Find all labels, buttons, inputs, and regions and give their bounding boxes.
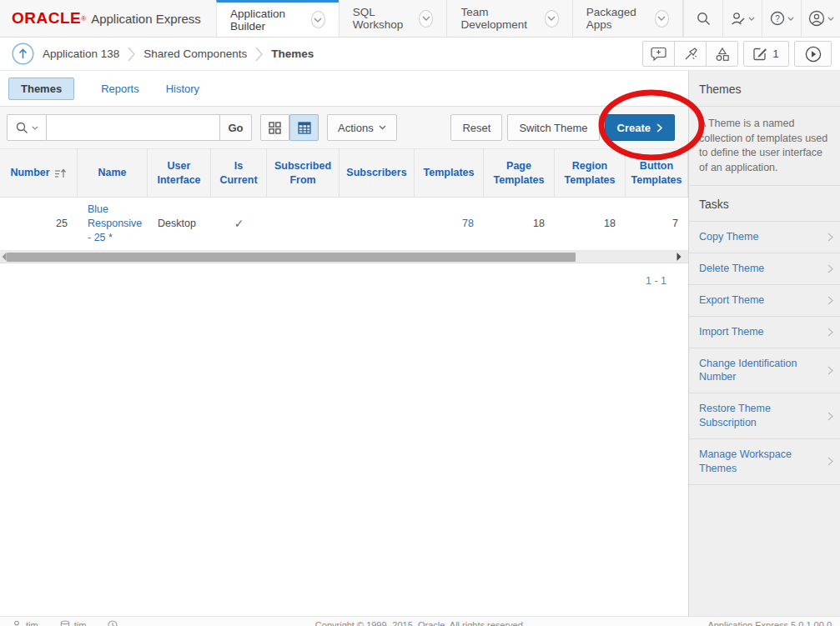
column-header-user-interface[interactable]: User Interface xyxy=(148,148,211,198)
cell-name: Blue Responsive - 25 * xyxy=(78,198,148,251)
column-header-name[interactable]: Name xyxy=(78,148,148,198)
column-header-subscribed-from[interactable]: Subscribed From xyxy=(267,148,340,198)
task-export-theme[interactable]: Export Theme xyxy=(689,285,840,317)
footer-copyright: Copyright © 1999- 2015, Oracle. All righ… xyxy=(139,620,701,626)
tab-history[interactable]: History xyxy=(166,83,199,95)
user-icon xyxy=(12,620,22,626)
account-menu-button[interactable] xyxy=(801,0,840,37)
main-region: Themes Reports History Go xyxy=(0,71,688,626)
edit-page-icon xyxy=(753,47,767,61)
check-icon: ✓ xyxy=(234,216,244,232)
tab-label: Application Builder xyxy=(230,8,304,33)
search-column-selector[interactable] xyxy=(7,114,47,141)
registered-mark: ® xyxy=(81,15,86,23)
column-header-region-templates[interactable]: Region Templates xyxy=(555,148,626,198)
pagination-label: 1 - 1 xyxy=(0,263,688,287)
toolbar-right-buttons: Reset Switch Theme Create xyxy=(450,114,682,141)
create-button[interactable]: Create xyxy=(605,114,675,141)
column-header-is-current[interactable]: Is Current xyxy=(211,148,267,198)
cell-number: 25 xyxy=(0,198,78,251)
spotlight-icon xyxy=(683,47,698,62)
feedback-bubble-icon xyxy=(651,47,666,61)
task-change-identification-number[interactable]: Change Identification Number xyxy=(689,348,840,394)
task-import-theme[interactable]: Import Theme xyxy=(689,317,840,348)
themes-table-header: Number Name User Interface Is Current Su… xyxy=(0,148,688,198)
page-tabs: Themes Reports History xyxy=(0,71,688,107)
content-area: Themes Reports History Go xyxy=(0,71,840,626)
chevron-right-icon xyxy=(827,296,833,305)
column-header-button-templates[interactable]: Button Templates xyxy=(626,148,688,198)
svg-text:?: ? xyxy=(775,14,780,23)
theme-name-link[interactable]: Blue Responsive - 25 * xyxy=(88,203,142,245)
footer-schema: tim xyxy=(60,620,87,626)
tab-themes[interactable]: Themes xyxy=(8,78,74,100)
breadcrumb-application[interactable]: Application 138 xyxy=(43,48,119,60)
cell-region-templates: 18 xyxy=(555,198,626,251)
chevron-right-icon xyxy=(656,123,662,133)
chevron-down-icon[interactable] xyxy=(655,10,669,28)
chevron-down-icon xyxy=(787,17,794,21)
report-toolbar: Go Actions Reset Switch Theme xyxy=(0,107,688,148)
column-header-number[interactable]: Number xyxy=(0,148,78,198)
breadcrumb-shared-components[interactable]: Shared Components xyxy=(143,48,247,60)
cell-button-templates: 7 xyxy=(626,198,688,251)
help-menu-button[interactable]: ? xyxy=(762,0,801,37)
templates-count-link[interactable]: 78 xyxy=(462,217,474,231)
theme-roller-button[interactable] xyxy=(674,41,707,67)
breadcrumb-bar: Application 138 Shared Components Themes xyxy=(0,38,840,71)
footer-session-time xyxy=(108,620,118,626)
tab-packaged-apps[interactable]: Packaged Apps xyxy=(572,0,683,37)
chevron-down-icon xyxy=(827,17,834,21)
column-header-subscribers[interactable]: Subscribers xyxy=(340,148,415,198)
help-icon: ? xyxy=(770,11,785,26)
page-footer: tim tim Copyright © 1999- 2015, Oracle. … xyxy=(0,616,840,626)
switch-theme-button[interactable]: Switch Theme xyxy=(507,114,599,141)
icon-view-button[interactable] xyxy=(260,114,289,141)
tab-sql-workshop[interactable]: SQL Workshop xyxy=(339,0,447,37)
shared-components-button[interactable] xyxy=(706,41,738,67)
task-delete-theme[interactable]: Delete Theme xyxy=(689,253,840,285)
oracle-logo: ORACLE® Application Express xyxy=(0,0,216,37)
cell-is-current: ✓ xyxy=(211,198,267,251)
footer-user: tim xyxy=(12,620,38,626)
actions-label: Actions xyxy=(338,122,374,134)
chevron-down-icon[interactable] xyxy=(545,10,559,28)
task-restore-theme-subscription[interactable]: Restore Theme Subscription xyxy=(689,393,840,439)
breadcrumb-separator-icon xyxy=(255,46,263,63)
up-level-icon[interactable] xyxy=(12,43,34,65)
run-application-button[interactable] xyxy=(794,41,832,67)
tab-reports[interactable]: Reports xyxy=(101,83,139,95)
feedback-button[interactable] xyxy=(642,41,675,67)
horizontal-scrollbar[interactable] xyxy=(0,251,688,263)
column-header-templates[interactable]: Templates xyxy=(415,148,484,198)
chevron-down-icon xyxy=(32,126,38,130)
breadcrumb: Application 138 Shared Components Themes xyxy=(12,43,314,65)
top-header: ORACLE® Application Express Application … xyxy=(0,0,840,38)
chevron-down-icon[interactable] xyxy=(311,11,325,28)
footer-version: Application Express 5.0.1.00.0 xyxy=(707,620,832,626)
tab-team-development[interactable]: Team Development xyxy=(446,0,571,37)
scroll-right-arrow-icon[interactable] xyxy=(677,252,682,262)
search-input[interactable] xyxy=(47,114,220,141)
cell-user-interface: Desktop xyxy=(148,198,211,251)
go-button[interactable]: Go xyxy=(220,114,252,141)
admin-wrench-icon xyxy=(731,12,746,26)
database-icon xyxy=(60,620,70,626)
column-header-page-templates[interactable]: Page Templates xyxy=(484,148,555,198)
product-name: Application Express xyxy=(91,12,201,26)
task-manage-workspace-themes[interactable]: Manage Workspace Themes xyxy=(689,439,840,485)
reset-button[interactable]: Reset xyxy=(450,114,502,141)
edit-page-number: 1 xyxy=(772,48,779,60)
task-copy-theme[interactable]: Copy Theme xyxy=(689,222,840,253)
breadcrumb-actions: 1 xyxy=(642,41,832,67)
scrollbar-thumb[interactable] xyxy=(7,253,576,262)
tab-application-builder[interactable]: Application Builder xyxy=(216,0,339,37)
report-view-button[interactable] xyxy=(289,114,319,141)
actions-menu-button[interactable]: Actions xyxy=(327,114,397,141)
search-icon xyxy=(697,12,711,26)
chevron-down-icon[interactable] xyxy=(419,10,433,28)
edit-page-button[interactable]: 1 xyxy=(743,41,789,67)
clock-icon xyxy=(108,620,118,626)
search-button[interactable] xyxy=(683,0,722,37)
administration-menu-button[interactable] xyxy=(722,0,762,37)
